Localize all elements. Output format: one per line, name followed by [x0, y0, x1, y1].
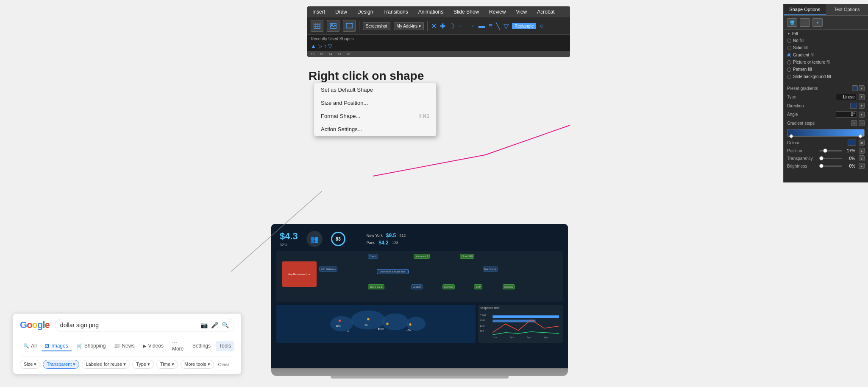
shape-triangle-icon[interactable]: ▽	[504, 22, 509, 30]
angle-up[interactable]: ▴	[859, 112, 865, 118]
panel-line-icon[interactable]: —	[800, 18, 810, 27]
shape-rect2-icon[interactable]: ▬	[479, 22, 485, 30]
shape-arrow-icon[interactable]: ←	[458, 22, 465, 30]
search-nav-tabs: 🔍 All 🖼 Images 🛒 Shopping 📰 News ▶ Video…	[20, 336, 234, 356]
solid-fill-radio[interactable]	[787, 46, 791, 50]
tab-shopping[interactable]: 🛒 Shopping	[73, 341, 109, 351]
menu-draw[interactable]: Draw	[334, 8, 349, 16]
table-btn[interactable]	[311, 20, 323, 32]
transparency-thumb[interactable]	[819, 156, 823, 160]
svg-text:1324: 1324	[480, 325, 486, 327]
menu-insert[interactable]: Insert	[311, 8, 327, 16]
tab-videos-label: Videos	[148, 343, 163, 349]
gradient-fill-radio[interactable]	[787, 53, 791, 57]
used-shape-4[interactable]: ▽	[328, 43, 332, 49]
used-shape-1[interactable]: ▲	[311, 43, 316, 49]
position-thumb[interactable]	[823, 149, 827, 153]
shape-arrow2-icon[interactable]: →	[468, 22, 475, 30]
search-icon[interactable]: 🔍	[222, 322, 229, 328]
filter-type[interactable]: Type ▾	[132, 360, 154, 369]
action-settings-label: Action Settings...	[321, 126, 362, 132]
colour-picker-btn[interactable]: ◉	[859, 140, 865, 146]
solid-fill-label: Solid fill	[793, 45, 807, 50]
my-addins-btn[interactable]: My Add-ins ▾	[394, 22, 424, 30]
picture-fill-radio[interactable]	[787, 60, 791, 64]
storage-node-2: Storage	[503, 284, 515, 289]
search-input-row[interactable]: dollar sign png 📷 🎤 🔍	[55, 319, 234, 331]
context-size-position[interactable]: Size and Position...	[314, 96, 436, 109]
tab-shape-options[interactable]: Shape Options	[784, 4, 826, 15]
used-shape-2[interactable]: ▷	[318, 43, 322, 49]
position-slider[interactable]	[819, 150, 842, 151]
menu-transitions[interactable]: Transitions	[381, 8, 409, 16]
shape-circle-icon[interactable]: ○	[540, 22, 544, 30]
gradient-stop-left[interactable]	[789, 134, 793, 138]
menu-design[interactable]: Design	[356, 8, 375, 16]
preset-gradients-label: Preset gradients	[787, 86, 851, 91]
clear-btn[interactable]: Clear	[217, 361, 231, 368]
pictures-btn[interactable]	[327, 20, 339, 32]
search-input[interactable]: dollar sign png	[60, 322, 197, 328]
voice-icon[interactable]: 🎤	[211, 322, 218, 328]
position-up[interactable]: ▴	[859, 148, 865, 154]
brightness-slider[interactable]	[819, 165, 842, 167]
google-logo: Google	[20, 320, 50, 331]
preset-gradients-btn[interactable]	[852, 85, 858, 91]
context-format-shape[interactable]: Format Shape... ⇧⌘1	[314, 109, 436, 123]
filter-labeled[interactable]: Labeled for reuse ▾	[82, 360, 130, 369]
preset-gradients-dropdown[interactable]: ▾	[859, 85, 865, 91]
filter-size[interactable]: Size ▾	[20, 360, 40, 369]
panel-effects-icon[interactable]: ✦	[812, 18, 823, 27]
menu-animations[interactable]: Animations	[417, 8, 445, 16]
tab-all[interactable]: 🔍 All	[20, 341, 40, 351]
camera-icon[interactable]: 📷	[200, 322, 208, 328]
svg-text:C248: C248	[480, 314, 486, 317]
tab-text-options[interactable]: Text Options	[826, 4, 868, 15]
context-action-settings[interactable]: Action Settings...	[314, 123, 436, 136]
ruler-15: 15	[320, 52, 323, 56]
gradient-stop-right[interactable]	[858, 134, 862, 138]
menu-view[interactable]: View	[514, 8, 529, 16]
add-stop-btn[interactable]: +	[851, 120, 857, 126]
tab-news[interactable]: 📰 News	[111, 341, 138, 351]
colour-label: Colour	[787, 140, 848, 145]
menu-acrobat[interactable]: Acrobat	[535, 8, 556, 16]
get-addins-btn[interactable]: Screenshot	[363, 22, 390, 30]
brightness-thumb[interactable]	[819, 164, 823, 168]
type-dropdown[interactable]: ▾	[859, 94, 865, 100]
tab-videos[interactable]: ▶ Videos	[139, 341, 167, 351]
shape-lines-icon[interactable]: ≡	[489, 22, 492, 30]
rectangle-selected[interactable]: Rectangle	[512, 23, 536, 29]
filter-transparent[interactable]: Transparent ▾	[43, 360, 79, 369]
brightness-up[interactable]: ▴	[859, 163, 865, 169]
menu-review[interactable]: Review	[487, 8, 507, 16]
no-fill-radio[interactable]	[787, 39, 791, 43]
filter-more-tools[interactable]: More tools ▾	[181, 360, 214, 369]
tab-images[interactable]: 🖼 Images	[42, 341, 71, 351]
panel-fill-icon[interactable]: 🪣	[787, 18, 797, 27]
remove-stop-btn[interactable]: −	[859, 120, 865, 126]
menu-slideshow[interactable]: Slide Show	[452, 8, 481, 16]
colour-swatch[interactable]	[848, 140, 856, 146]
angle-value[interactable]: 0°	[836, 111, 857, 118]
tab-tools[interactable]: Tools	[216, 341, 234, 351]
tab-settings[interactable]: Settings	[189, 341, 214, 351]
shape-moon-icon[interactable]: ☽	[449, 22, 455, 30]
shape-x-icon[interactable]: ✕	[431, 22, 437, 30]
used-shape-3[interactable]: ↑	[324, 43, 327, 49]
ppt-ribbon: Insert Draw Design Transitions Animation…	[307, 6, 570, 57]
pattern-fill-radio[interactable]	[787, 67, 791, 72]
svg-point-13	[382, 314, 409, 331]
gradient-bar[interactable]	[787, 129, 865, 137]
context-set-default[interactable]: Set as Default Shape	[314, 83, 436, 96]
tab-more[interactable]: ⋯ More	[169, 338, 187, 354]
transparency-up[interactable]: ▴	[859, 155, 865, 161]
direction-dropdown[interactable]: ▾	[859, 103, 865, 109]
shape-diagonal-icon[interactable]: ╲	[496, 22, 500, 30]
screenshot-btn[interactable]	[343, 20, 356, 32]
shape-plus-icon[interactable]: ✚	[440, 22, 445, 30]
transparency-slider[interactable]	[819, 158, 842, 159]
filter-time[interactable]: Time ▾	[156, 360, 178, 369]
slide-bg-radio[interactable]	[787, 75, 791, 79]
gradient-stops-row: Gradient stops + −	[784, 119, 868, 127]
